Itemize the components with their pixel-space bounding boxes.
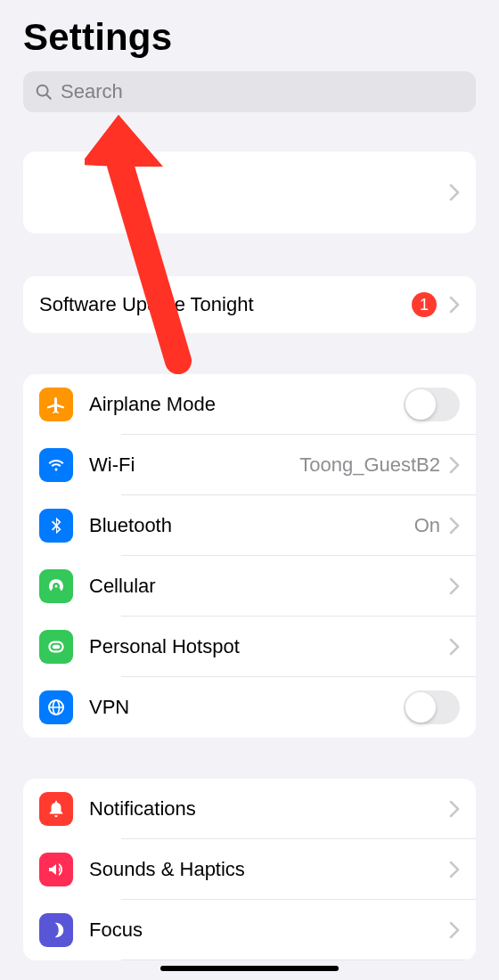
chevron-right-icon <box>449 638 460 656</box>
bluetooth-row[interactable]: Bluetooth On <box>23 495 476 556</box>
airplane-icon <box>39 388 73 421</box>
svg-line-1 <box>46 94 51 99</box>
software-update-label: Software Update Tonight <box>39 293 412 316</box>
wifi-icon <box>39 448 73 482</box>
chevron-right-icon <box>449 296 460 314</box>
vpn-toggle[interactable] <box>404 690 460 724</box>
chevron-right-icon <box>449 861 460 878</box>
focus-row[interactable]: Focus <box>23 900 476 960</box>
sounds-icon <box>39 853 73 886</box>
notifications-icon <box>39 792 73 826</box>
airplane-mode-row[interactable]: Airplane Mode <box>23 374 476 435</box>
connectivity-group: Airplane Mode Wi-Fi Toong_GuestB2 Blueto… <box>23 374 476 738</box>
toggle-knob <box>405 692 436 723</box>
cellular-icon <box>39 569 73 603</box>
focus-icon <box>39 913 73 947</box>
update-badge: 1 <box>412 292 437 317</box>
chevron-right-icon <box>449 577 460 595</box>
account-row[interactable] <box>23 151 476 233</box>
bluetooth-label: Bluetooth <box>89 514 414 537</box>
home-indicator[interactable] <box>160 966 339 971</box>
sounds-label: Sounds & Haptics <box>89 858 449 881</box>
wifi-value: Toong_GuestB2 <box>299 453 440 477</box>
page-title: Settings <box>23 16 476 59</box>
wifi-label: Wi-Fi <box>89 453 299 477</box>
airplane-label: Airplane Mode <box>89 393 404 416</box>
account-group <box>23 151 476 233</box>
vpn-row[interactable]: VPN <box>23 677 476 738</box>
bluetooth-value: On <box>414 514 440 537</box>
search-bar[interactable] <box>23 71 476 112</box>
chevron-right-icon <box>449 517 460 535</box>
update-group: Software Update Tonight 1 <box>23 276 476 333</box>
search-input[interactable] <box>61 80 465 103</box>
sounds-row[interactable]: Sounds & Haptics <box>23 839 476 900</box>
focus-label: Focus <box>89 919 449 942</box>
wifi-row[interactable]: Wi-Fi Toong_GuestB2 <box>23 435 476 495</box>
chevron-right-icon <box>449 456 460 474</box>
cellular-row[interactable]: Cellular <box>23 556 476 617</box>
search-icon <box>34 82 53 102</box>
hotspot-label: Personal Hotspot <box>89 635 449 658</box>
cellular-label: Cellular <box>89 575 449 598</box>
header: Settings <box>0 0 499 68</box>
toggle-knob <box>405 389 436 420</box>
software-update-row[interactable]: Software Update Tonight 1 <box>23 276 476 333</box>
system-group: Notifications Sounds & Haptics Focus <box>23 779 476 960</box>
chevron-right-icon <box>449 184 460 201</box>
notifications-row[interactable]: Notifications <box>23 779 476 839</box>
hotspot-icon <box>39 630 73 664</box>
bluetooth-icon <box>39 509 73 543</box>
chevron-right-icon <box>449 800 460 818</box>
chevron-right-icon <box>449 921 460 939</box>
vpn-icon <box>39 690 73 724</box>
airplane-toggle[interactable] <box>404 388 460 421</box>
vpn-label: VPN <box>89 696 404 719</box>
hotspot-row[interactable]: Personal Hotspot <box>23 617 476 677</box>
notifications-label: Notifications <box>89 797 449 821</box>
